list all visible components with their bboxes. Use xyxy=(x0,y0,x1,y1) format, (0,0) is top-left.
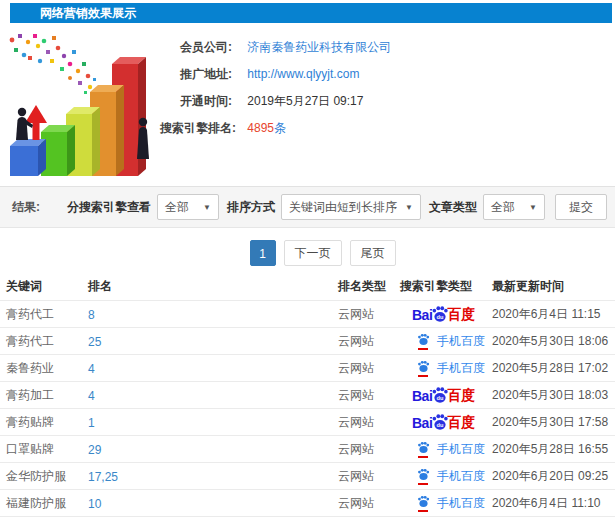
chevron-down-icon: ▼ xyxy=(529,203,537,212)
company-info: 会员公司: 济南秦鲁药业科技有限公司 推广地址: http://www.qlyy… xyxy=(160,34,610,142)
updated-time-cell: 2020年6月4日 11:15 xyxy=(492,306,615,323)
company-row: 会员公司: 济南秦鲁药业科技有限公司 xyxy=(160,34,610,61)
mobile-baidu-underline xyxy=(418,483,428,485)
keyword-cell: 膏药代工 xyxy=(6,333,88,350)
rank-link[interactable]: 4 xyxy=(88,389,338,403)
article-type-select-value: 全部 xyxy=(491,199,515,216)
rank-type-cell: 云网站 xyxy=(338,387,400,404)
article-type-select[interactable]: 全部 ▼ xyxy=(483,194,545,220)
article-type-label: 文章类型 xyxy=(429,199,477,216)
updated-time-cell: 2020年5月30日 17:58 xyxy=(492,414,615,431)
rank-link[interactable]: 10 xyxy=(88,497,338,511)
mobile-baidu-underline xyxy=(418,375,428,377)
filter-controls: 分搜索引擎查看 全部 ▼ 排序方式 关键词由短到长排序 ▼ 文章类型 全部 ▼ … xyxy=(59,194,607,220)
updated-time-cell: 2020年5月28日 17:02 xyxy=(492,360,615,377)
url-label: 推广地址: xyxy=(160,61,232,88)
svg-text:du: du xyxy=(437,395,444,401)
col-header-rank: 排名 xyxy=(88,278,338,295)
promotion-url-link[interactable]: http://www.qlyyjt.com xyxy=(247,67,359,81)
table-end-divider xyxy=(0,516,615,517)
engine-filter-label: 分搜索引擎查看 xyxy=(67,199,151,216)
mobile-baidu-underline xyxy=(418,348,428,350)
mobile-baidu-paw-icon xyxy=(416,495,431,508)
keyword-cell: 秦鲁药业 xyxy=(6,360,88,377)
svg-text:du: du xyxy=(437,422,444,428)
rank-type-cell: 云网站 xyxy=(338,441,400,458)
engine-cell: Bai du 百度 xyxy=(400,382,492,409)
rank-link[interactable]: 8 xyxy=(88,308,338,322)
rank-type-cell: 云网站 xyxy=(338,468,400,485)
open-time-value: 2019年5月27日 09:17 xyxy=(247,94,363,108)
page-title: 网络营销效果展示 xyxy=(10,3,612,23)
keyword-rank-table: 关键词 排名 排名类型 搜索引擎类型 最新更新时间 膏药代工 8 云网站 Bai… xyxy=(0,272,615,517)
url-row: 推广地址: http://www.qlyyjt.com xyxy=(160,61,610,88)
engine-cell: Bai du 百度 xyxy=(400,409,492,436)
baidu-logo: Bai du 百度 xyxy=(412,413,475,433)
sort-select-value: 关键词由短到长排序 xyxy=(289,199,397,216)
rank-type-cell: 云网站 xyxy=(338,414,400,431)
engine-cell: Bai du 百度 xyxy=(400,463,492,490)
rank-link[interactable]: 1 xyxy=(88,416,338,430)
updated-time-cell: 2020年5月28日 16:55 xyxy=(492,441,615,458)
confetti-dots xyxy=(10,34,96,100)
sort-select[interactable]: 关键词由短到长排序 ▼ xyxy=(281,194,421,220)
col-header-keyword: 关键词 xyxy=(6,278,88,295)
table-row: 膏药代工 8 云网站 Bai du 百度 xyxy=(0,300,615,327)
company-link[interactable]: 济南秦鲁药业科技有限公司 xyxy=(247,40,391,54)
mobile-baidu-underline xyxy=(418,510,428,512)
page: 网络营销效果展示 xyxy=(0,0,615,520)
keyword-cell: 膏药代工 xyxy=(6,306,88,323)
table-row: 金华防护服 17,25 云网站 Bai du 百度 xyxy=(0,462,615,489)
next-page-button[interactable]: 下一页 xyxy=(284,240,342,266)
rank-type-cell: 云网站 xyxy=(338,333,400,350)
chevron-down-icon: ▼ xyxy=(405,203,413,212)
mobile-baidu-paw-icon xyxy=(416,441,431,454)
bar-blue xyxy=(10,139,46,176)
rank-type-cell: 云网站 xyxy=(338,495,400,512)
rank-count-unit: 条 xyxy=(274,121,286,135)
open-time-label: 开通时间: xyxy=(160,88,232,115)
table-row: 口罩贴牌 29 云网站 Bai du 百度 xyxy=(0,435,615,462)
rank-type-cell: 云网站 xyxy=(338,360,400,377)
result-label: 结果: xyxy=(12,199,40,216)
bar-green xyxy=(41,125,75,176)
mobile-baidu-logo: 手机百度 xyxy=(416,468,485,485)
mobile-baidu-logo: 手机百度 xyxy=(416,333,485,350)
svg-text:du: du xyxy=(437,314,444,320)
rank-link[interactable]: 4 xyxy=(88,362,338,376)
updated-time-cell: 2020年6月4日 11:10 xyxy=(492,495,615,512)
engine-cell: Bai du 百度 xyxy=(400,436,492,463)
mobile-baidu-underline xyxy=(418,456,428,458)
engine-cell: Bai du 百度 xyxy=(400,301,492,328)
rank-link[interactable]: 17,25 xyxy=(88,470,338,484)
submit-button[interactable]: 提交 xyxy=(555,194,607,220)
last-page-button[interactable]: 尾页 xyxy=(350,240,396,266)
keyword-cell: 福建防护服 xyxy=(6,495,88,512)
sort-filter-label: 排序方式 xyxy=(227,199,275,216)
engine-cell: Bai du 百度 xyxy=(400,355,492,382)
bar-chart-illustration xyxy=(0,26,170,182)
rank-link[interactable]: 25 xyxy=(88,335,338,349)
rank-link[interactable]: 29 xyxy=(88,443,338,457)
updated-time-cell: 2020年6月20日 09:25 xyxy=(492,468,615,485)
baidu-logo: Bai du 百度 xyxy=(412,305,475,325)
pagination: 1 下一页 尾页 xyxy=(0,240,615,266)
page-number-current[interactable]: 1 xyxy=(250,240,276,266)
table-row: 福建防护服 10 云网站 Bai du 百度 xyxy=(0,489,615,516)
updated-time-cell: 2020年5月30日 18:06 xyxy=(492,333,615,350)
keyword-cell: 金华防护服 xyxy=(6,468,88,485)
chevron-down-icon: ▼ xyxy=(203,203,211,212)
keyword-cell: 口罩贴牌 xyxy=(6,441,88,458)
rank-count-row: 搜索引擎排名: 4895条 xyxy=(160,115,610,142)
company-label: 会员公司: xyxy=(160,34,232,61)
col-header-rank-type: 排名类型 xyxy=(338,278,400,295)
engine-cell: Bai du 百度 xyxy=(400,490,492,517)
baidu-logo: Bai du 百度 xyxy=(412,386,475,406)
filter-bar: 结果: 分搜索引擎查看 全部 ▼ 排序方式 关键词由短到长排序 ▼ 文章类型 全… xyxy=(0,186,615,228)
rank-type-cell: 云网站 xyxy=(338,306,400,323)
businessman-left xyxy=(16,108,33,140)
engine-select-value: 全部 xyxy=(165,199,189,216)
engine-select[interactable]: 全部 ▼ xyxy=(157,194,219,220)
engine-cell: Bai du 百度 xyxy=(400,328,492,355)
col-header-updated: 最新更新时间 xyxy=(492,278,615,295)
